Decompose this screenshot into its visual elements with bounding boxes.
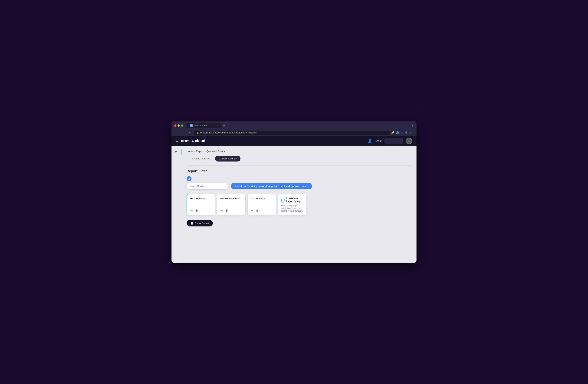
- card-actions-gcp: ✏ 🗑: [190, 209, 212, 212]
- card-actions-all: ✏ 🗑: [251, 209, 273, 212]
- forward-button[interactable]: →: [182, 131, 187, 134]
- report-filter-title: Report Filter: [187, 169, 411, 173]
- app-logo: cross4·cloud: [181, 139, 205, 143]
- minimize-window-button[interactable]: [178, 124, 180, 127]
- query-card-gcp-name: GCP Network: [190, 197, 212, 200]
- user-avatar[interactable]: [406, 138, 412, 144]
- tab-custom-queries[interactable]: Custom Queries: [215, 156, 240, 161]
- query-card-all-network[interactable]: ALL Network ✏ 🗑: [248, 194, 276, 215]
- browser-toolbar-right: 🔑 🌐 ☆ 👤 ⋮: [391, 131, 412, 134]
- bookmark-icon[interactable]: ☆: [401, 131, 403, 134]
- delete-all-button[interactable]: 🗑: [255, 209, 259, 212]
- step-badge: 2: [187, 176, 191, 181]
- breadcrumb: Home / Report / Queries / Custom: [187, 150, 411, 153]
- query-cards-container: GCP Network ✏ 🗑 AZURE Network ✏ 🗑: [187, 194, 411, 215]
- edit-all-button[interactable]: ✏: [251, 209, 254, 212]
- tab-close-button[interactable]: ×: [217, 124, 218, 127]
- breadcrumb-custom: Custom: [218, 150, 226, 153]
- tab-title: Cross 4 Cloud: [194, 124, 208, 127]
- browser-chrome: 4 Cross 4 Cloud × + ▾ ← → ↻ 🔒 console.de…: [171, 121, 417, 136]
- app-content: ≡ cross4·cloud 👤 Tenant: ▶ Home: [171, 136, 417, 263]
- app-header: ≡ cross4·cloud 👤 Tenant:: [171, 136, 417, 146]
- browser-tab[interactable]: 4 Cross 4 Cloud ×: [187, 123, 221, 128]
- breadcrumb-home[interactable]: Home: [187, 150, 193, 153]
- tab-favicon: 4: [190, 124, 193, 127]
- traffic-lights: [174, 124, 183, 127]
- file-icon: 📄: [190, 222, 193, 225]
- hamburger-menu-button[interactable]: ≡: [176, 139, 178, 143]
- lock-icon: 🔒: [196, 132, 199, 134]
- plus-circle-icon: +: [281, 198, 285, 203]
- tenant-selector[interactable]: [384, 138, 403, 144]
- card-actions-azure: ✏ 🗑: [220, 209, 242, 212]
- query-card-azure-network[interactable]: AZURE Network ✏ 🗑: [217, 194, 245, 215]
- header-right: 👤 Tenant:: [368, 138, 412, 144]
- password-icon[interactable]: 🔑: [391, 131, 395, 134]
- breadcrumb-sep-2: /: [205, 150, 205, 153]
- show-report-label: Show Report: [195, 222, 209, 225]
- tab-dropdown-button[interactable]: ▾: [412, 124, 414, 127]
- sidebar: ▶: [171, 146, 181, 263]
- create-query-card[interactable]: + Create Your Report Query Build a query…: [278, 194, 306, 215]
- tab-template-queries[interactable]: Template Queries: [187, 156, 213, 161]
- refresh-button[interactable]: ↻: [188, 131, 192, 134]
- address-bar-row: ← → ↻ 🔒 console.dev.cross4cloud.com/app/…: [174, 130, 414, 136]
- query-card-all-name: ALL Network: [251, 197, 273, 200]
- browser-window: 4 Cross 4 Cloud × + ▾ ← → ↻ 🔒 console.de…: [171, 121, 417, 263]
- breadcrumb-queries[interactable]: Queries: [206, 150, 215, 153]
- breadcrumb-report[interactable]: Report: [196, 150, 203, 153]
- query-card-azure-name: AZURE Network: [220, 197, 242, 200]
- create-card-header: + Create Your Report Query: [281, 197, 303, 203]
- profile-icon[interactable]: 👤: [405, 131, 408, 134]
- edit-gcp-button[interactable]: ✏: [190, 209, 193, 212]
- create-card-title: Create Your Report Query: [286, 197, 303, 203]
- select-service-dropdown[interactable]: Select Service: [187, 183, 228, 190]
- main-layout: ▶ Home / Report / Queries / Custom Templ…: [171, 146, 417, 263]
- back-button[interactable]: ←: [176, 131, 181, 134]
- tenant-label: Tenant:: [374, 139, 382, 142]
- select-service-wrapper: Select Service ▾: [187, 183, 228, 190]
- maximize-window-button[interactable]: [181, 124, 183, 127]
- header-left: ≡ cross4·cloud: [176, 139, 205, 143]
- user-icon: 👤: [368, 139, 372, 143]
- address-bar[interactable]: 🔒 console.dev.cross4cloud.com/app/report…: [194, 131, 390, 135]
- breadcrumb-sep-3: /: [216, 150, 217, 153]
- tab-bar: 4 Cross 4 Cloud × +: [187, 123, 226, 128]
- sidebar-indicator: [181, 149, 182, 155]
- delete-gcp-button[interactable]: 🗑: [195, 209, 198, 212]
- create-card-description: Build a query to get detailed and custom…: [281, 204, 303, 212]
- new-tab-button[interactable]: +: [222, 123, 226, 128]
- breadcrumb-sep-1: /: [194, 150, 195, 153]
- translate-icon[interactable]: 🌐: [396, 131, 399, 134]
- tooltip-hint: Select the service you want to query fro…: [231, 183, 312, 189]
- more-button[interactable]: ⋮: [409, 131, 412, 134]
- browser-controls: 4 Cross 4 Cloud × + ▾: [174, 123, 414, 128]
- url-text: console.dev.cross4cloud.com/app/report/q…: [200, 131, 256, 134]
- tabs-container: Template Queries Custom Queries: [187, 156, 411, 161]
- sidebar-toggle-button[interactable]: ▶: [174, 149, 178, 154]
- dropdown-row: Select Service ▾ Select the service you …: [187, 183, 411, 190]
- page-content: Home / Report / Queries / Custom Templat…: [181, 146, 417, 263]
- edit-azure-button[interactable]: ✏: [220, 209, 223, 212]
- show-report-button[interactable]: 📄 Show Report: [187, 220, 213, 227]
- close-window-button[interactable]: [174, 124, 176, 127]
- query-card-gcp-network[interactable]: GCP Network ✏ 🗑: [187, 194, 215, 215]
- delete-azure-button[interactable]: 🗑: [225, 209, 229, 212]
